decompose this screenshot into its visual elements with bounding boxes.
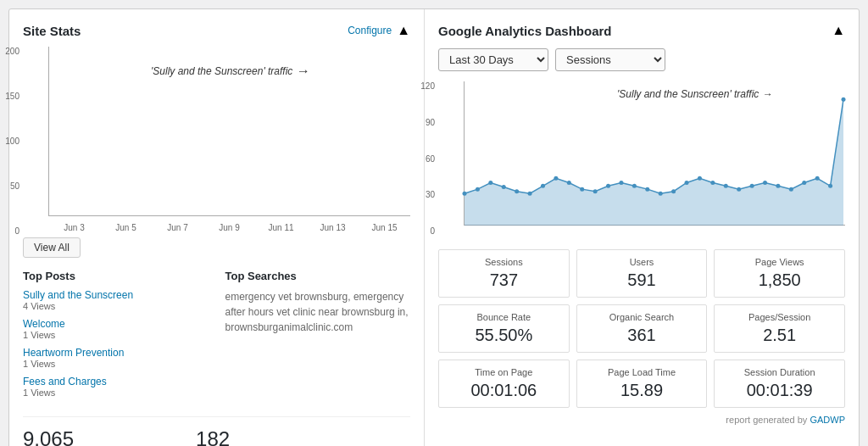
x-label: Jun 7: [152, 223, 203, 232]
bar-chart-annotation: 'Sully and the Sunscreen' traffic →: [151, 64, 309, 79]
post-views: 1 Views: [23, 330, 209, 340]
metric-value: 1,850: [723, 270, 836, 290]
line-chart: 'Sully and the Sunscreen' traffic →: [464, 81, 845, 226]
stat-block: 182Spam comments blocked by Akismet.: [196, 427, 364, 446]
metric-value: 2.51: [723, 326, 836, 345]
metric-cell: Pages/Session2.51: [714, 304, 845, 353]
left-panel: Site Stats Configure ▲ 0 50 100 150 200 …: [9, 9, 425, 446]
metric-label: Session Duration: [723, 367, 836, 377]
line-chart-dot: [580, 187, 584, 192]
right-chevron-up-icon: ▲: [832, 23, 845, 38]
post-link[interactable]: Fees and Charges: [23, 376, 209, 387]
line-chart-dot: [671, 189, 676, 193]
top-posts-title: Top Posts: [23, 270, 209, 282]
line-chart-dot: [737, 187, 741, 192]
configure-link[interactable]: Configure: [348, 25, 392, 36]
line-chart-dot: [619, 181, 623, 185]
line-chart-dot: [593, 189, 598, 193]
line-chart-dot: [698, 176, 702, 181]
bottom-sections: Top Posts Sully and the Sunscreen4 Views…: [23, 270, 410, 404]
metric-value: 15.89: [586, 381, 698, 400]
right-header: Google Analytics Dashboard ▲: [438, 23, 845, 38]
metric-label: Page Load Time: [586, 367, 698, 377]
post-views: 4 Views: [23, 301, 209, 311]
bar-chart: 'Sully and the Sunscreen' traffic →: [48, 47, 410, 216]
metric-cell: Bounce Rate55.50%: [438, 304, 570, 353]
line-chart-dot: [828, 184, 832, 188]
stat-number: 182: [196, 427, 364, 446]
x-label: Jun 3: [48, 223, 100, 232]
gadwp-link[interactable]: GADWP: [810, 415, 845, 425]
metric-cell: Session Duration00:01:39: [714, 360, 845, 408]
line-chart-dot: [502, 185, 506, 189]
x-label: Jun 15: [359, 223, 410, 232]
controls-row: Last 30 Days Last 7 Days Last 14 Days La…: [438, 48, 845, 71]
line-chart-dot: [554, 176, 558, 181]
top-searches-section: Top Searches emergency vet brownsburg, e…: [225, 270, 411, 404]
metrics-grid: Sessions737Users591Page Views1,850Bounce…: [438, 249, 845, 408]
line-chart-dot: [724, 184, 728, 188]
line-chart-svg: [465, 81, 845, 225]
post-link[interactable]: Sully and the Sunscreen: [23, 289, 209, 301]
metric-value: 591: [586, 270, 698, 290]
line-chart-dot: [763, 181, 767, 185]
metric-cell: Organic Search361: [576, 304, 708, 353]
top-posts-section: Top Posts Sully and the Sunscreen4 Views…: [23, 270, 209, 404]
line-chart-dot: [515, 189, 519, 193]
line-chart-dot: [528, 192, 532, 196]
metric-label: Page Views: [723, 257, 836, 267]
metric-value: 361: [586, 326, 698, 345]
line-chart-dot: [632, 184, 637, 188]
line-annotation-arrow-icon: →: [762, 88, 772, 100]
line-chart-line: [465, 99, 843, 193]
stat-block: 9,065Blocked malicious login attempts: [23, 427, 170, 446]
metric-label: Time on Page: [448, 367, 560, 377]
x-label: Jun 9: [203, 223, 255, 232]
metric-value: 737: [448, 270, 560, 290]
bar-chart-x-labels: Jun 3Jun 5Jun 7Jun 9Jun 11Jun 13Jun 15: [48, 223, 410, 232]
metric-label: Pages/Session: [723, 312, 836, 322]
right-panel: Google Analytics Dashboard ▲ Last 30 Day…: [425, 9, 859, 446]
metric-value: 00:01:39: [723, 381, 836, 400]
post-views: 1 Views: [23, 387, 209, 398]
view-all-button[interactable]: View All: [23, 237, 81, 258]
line-chart-dot: [776, 184, 780, 188]
line-chart-dot: [645, 187, 649, 192]
chevron-up-icon: ▲: [397, 23, 410, 38]
line-chart-dot: [463, 192, 467, 196]
line-chart-dot: [606, 184, 610, 188]
metric-label: Organic Search: [586, 312, 698, 322]
line-chart-annotation: 'Sully and the Sunscreen' traffic →: [617, 88, 772, 100]
line-chart-dot: [659, 192, 663, 196]
post-views: 1 Views: [23, 359, 209, 369]
metric-value: 55.50%: [448, 326, 560, 345]
metric-cell: Page Views1,850: [714, 249, 845, 298]
post-link[interactable]: Heartworm Prevention: [23, 347, 209, 359]
top-searches-title: Top Searches: [225, 270, 411, 282]
line-chart-dot: [488, 181, 492, 185]
dashboard-wrapper: Site Stats Configure ▲ 0 50 100 150 200 …: [8, 8, 860, 446]
metric-cell: Time on Page00:01:06: [438, 360, 570, 408]
left-panel-header: Site Stats Configure ▲: [23, 23, 410, 38]
metric-value: 00:01:06: [448, 381, 560, 400]
metric-label: Users: [586, 257, 698, 267]
metric-select[interactable]: Sessions Users Page Views Bounce Rate: [555, 48, 665, 71]
line-chart-dot: [685, 181, 689, 185]
metric-label: Bounce Rate: [448, 312, 560, 322]
period-select[interactable]: Last 30 Days Last 7 Days Last 14 Days La…: [438, 48, 548, 71]
line-chart-dot: [789, 187, 793, 192]
site-stats-title: Site Stats: [23, 24, 81, 38]
line-chart-dot: [842, 98, 846, 102]
search-text: emergency vet brownsburg, emergency afte…: [225, 289, 411, 335]
line-chart-dot: [541, 184, 545, 188]
metric-label: Sessions: [448, 257, 560, 267]
metric-cell: Sessions737: [438, 249, 570, 298]
line-chart-dot: [567, 181, 571, 185]
bar-chart-y-axis: 0 50 100 150 200: [0, 47, 19, 237]
post-link[interactable]: Welcome: [23, 318, 209, 330]
line-chart-dot: [710, 181, 715, 185]
annotation-arrow-icon: →: [296, 64, 309, 79]
x-label: Jun 11: [255, 223, 307, 232]
line-chart-y-axis: 0 30 60 90 120: [413, 81, 435, 237]
line-chart-dot: [802, 181, 806, 185]
